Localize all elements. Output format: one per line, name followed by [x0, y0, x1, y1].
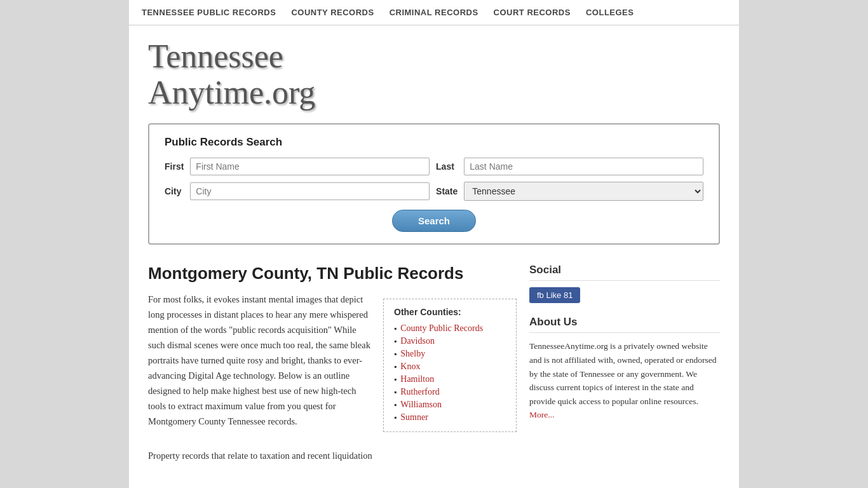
last-name-input[interactable]	[464, 158, 703, 175]
list-item: County Public Records	[394, 322, 506, 335]
county-link-1[interactable]: Davidson	[400, 336, 435, 346]
nav-item-county-records[interactable]: COUNTY RECORDS	[291, 8, 374, 17]
county-link-5[interactable]: Rutherford	[400, 387, 439, 397]
main-content: Montgomery County, TN Public Records For…	[129, 257, 739, 470]
city-input[interactable]	[190, 182, 430, 200]
list-item: Davidson	[394, 335, 506, 348]
other-counties-list: County Public Records Davidson Shelby Kn…	[394, 322, 506, 424]
city-label: City	[165, 186, 184, 196]
other-counties: Other Counties: County Public Records Da…	[383, 299, 517, 432]
social-title: Social	[529, 264, 720, 281]
nav-bar: TENNESSEE PUBLIC RECORDS COUNTY RECORDS …	[129, 0, 739, 25]
about-text: TennesseeAnytime.org is a privately owne…	[529, 339, 720, 422]
nav-item-tn-public-records[interactable]: TENNESSEE PUBLIC RECORDS	[142, 8, 276, 17]
more-link[interactable]: More...	[529, 410, 554, 419]
list-item: Williamson	[394, 398, 506, 411]
county-link-3[interactable]: Knox	[400, 362, 420, 372]
first-name-input[interactable]	[190, 158, 430, 175]
content-left: Montgomery County, TN Public Records For…	[148, 264, 529, 464]
county-link-2[interactable]: Shelby	[400, 349, 425, 359]
counties-wrapper: For most folks, it evokes instant mental…	[148, 292, 517, 438]
county-link-7[interactable]: Sumner	[400, 412, 428, 423]
state-select[interactable]: Tennessee	[464, 182, 703, 201]
logo-area: Tennessee Anytime.org	[129, 25, 739, 117]
main-body-text: For most folks, it evokes instant mental…	[148, 292, 370, 429]
about-section: About Us TennesseeAnytime.org is a priva…	[529, 316, 720, 422]
search-box: Public Records Search First Last City St…	[148, 123, 720, 245]
search-button[interactable]: Search	[392, 210, 476, 232]
list-item: Rutherford	[394, 386, 506, 398]
first-label: First	[165, 161, 184, 172]
other-counties-title: Other Counties:	[394, 307, 506, 317]
nav-item-court-records[interactable]: COURT RECORDS	[494, 8, 571, 17]
state-label: State	[436, 186, 458, 196]
list-item: Sumner	[394, 411, 506, 424]
sidebar: Social fb Like 81 About Us TennesseeAnyt…	[529, 264, 720, 464]
site-logo[interactable]: Tennessee Anytime.org	[148, 38, 720, 111]
last-label: Last	[436, 161, 458, 172]
county-link-0[interactable]: County Public Records	[400, 323, 483, 334]
county-link-6[interactable]: Williamson	[400, 400, 442, 410]
search-box-title: Public Records Search	[165, 136, 703, 149]
fb-like-button[interactable]: fb Like 81	[529, 287, 580, 303]
page-title: Montgomery County, TN Public Records	[148, 264, 517, 283]
other-counties-box: Other Counties: County Public Records Da…	[383, 292, 517, 438]
list-item: Knox	[394, 360, 506, 373]
county-link-4[interactable]: Hamilton	[400, 374, 434, 384]
list-item: Shelby	[394, 348, 506, 360]
about-title: About Us	[529, 316, 720, 333]
nav-item-colleges[interactable]: COLLEGES	[586, 8, 634, 17]
search-btn-row: Search	[165, 210, 703, 232]
nav-item-criminal-records[interactable]: CRIMINAL RECORDS	[390, 8, 478, 17]
social-section: Social fb Like 81	[529, 264, 720, 303]
list-item: Hamilton	[394, 373, 506, 386]
bottom-text: Property records that relate to taxation…	[148, 449, 517, 464]
search-form: First Last City State Tennessee	[165, 158, 703, 201]
